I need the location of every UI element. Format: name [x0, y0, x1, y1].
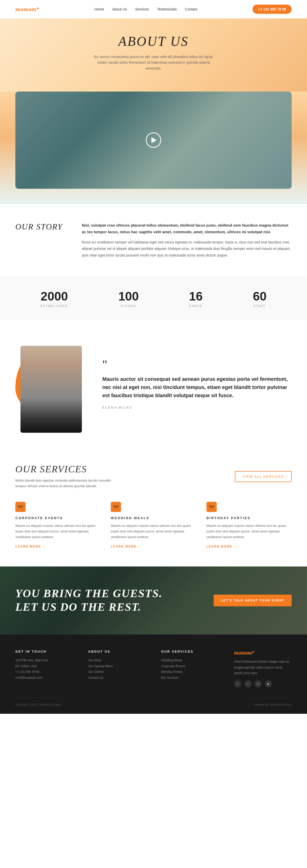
play-button[interactable]: [146, 132, 161, 148]
services-header-left: OUR SERVICES Mollis blandit duis egestas…: [16, 463, 118, 489]
stat-label-staff: STAFF: [253, 304, 266, 307]
nav-about[interactable]: About Us: [112, 7, 127, 11]
corporate-desc: Mauris mi aliquam mauris varius ultrices…: [16, 523, 100, 540]
footer-email: mail@example.com: [16, 675, 73, 681]
services-header: OUR SERVICES Mollis blandit duis egestas…: [0, 448, 307, 494]
story-title: OUR STORY: [16, 222, 66, 231]
stat-dishes: 100 DISHES: [118, 289, 139, 307]
footer-special-menu[interactable]: Our Special Menu: [88, 663, 146, 669]
wedding-desc: Mauris mi aliquam mauris varius ultrices…: [111, 523, 196, 540]
stat-established: 2000 ESTABLISHED: [40, 289, 68, 307]
services-title: OUR SERVICES: [16, 463, 118, 475]
cta-banner: YOU BRING THE GUESTS. LET US DO THE REST…: [0, 566, 307, 634]
stat-number-established: 2000: [40, 289, 68, 303]
stat-number-dishes: 100: [118, 289, 139, 303]
cta-line1: YOU BRING THE GUESTS.: [16, 587, 162, 600]
youtube-icon[interactable]: ▶: [265, 680, 272, 687]
testimonial-section: " Mauris auctor sit consequat sed aenean…: [0, 320, 307, 448]
footer-description: Amet morbi justo facilisis integer odio …: [234, 659, 290, 676]
footer-services-heading: OUR SERVICES: [161, 650, 219, 653]
footer-logo-text: mamam: [234, 650, 252, 655]
birthday-learn-more[interactable]: LEARN MORE: [207, 545, 237, 548]
logo-text: mamam: [16, 6, 36, 12]
testimonial-author: ELENA MILES: [102, 406, 291, 409]
stat-number-staff: 60: [253, 289, 266, 303]
footer-bottom: Copyright © 2021 Catering & Events Power…: [16, 698, 291, 706]
nav-menu: Home About Us Services Testimonials Cont…: [94, 7, 197, 11]
view-all-button[interactable]: VIEW ALL SERVICES: [235, 471, 291, 482]
footer-services: OUR SERVICES Wedding Meals Corporate Eve…: [161, 650, 219, 687]
footer-address1: 123 Fifth Ave, New York,: [16, 657, 73, 663]
cta-text: YOU BRING THE GUESTS. LET US DO THE REST…: [16, 587, 162, 614]
footer-our-story[interactable]: Our Story: [88, 657, 146, 663]
corporate-learn-more[interactable]: LEARN MORE: [16, 545, 46, 548]
wedding-title: WEDDING MEALS: [111, 516, 196, 520]
nav-contact[interactable]: Contact: [185, 7, 197, 11]
nav-services[interactable]: Services: [135, 7, 149, 11]
stat-label-dishes: DISHES: [118, 304, 139, 307]
story-content: Nisl, volutpat cras ultrices placerat te…: [82, 222, 291, 258]
person-image: [21, 346, 82, 433]
phone-button[interactable]: +1 123 456 78 90: [252, 5, 291, 14]
footer-top: GET IN TOUCH 123 Fifth Ave, New York, NY…: [16, 650, 291, 687]
footer-birthday-parties[interactable]: Birthday Parties: [161, 669, 219, 675]
footer-phone: +1 123 456 78 90: [16, 669, 73, 675]
stat-label-chefs: CHEFS: [189, 304, 203, 307]
hero-subtitle: Eu auctor consectetur purus eu elit, vit…: [90, 54, 217, 71]
logo-star: *: [36, 6, 39, 12]
footer-logo-star: *: [252, 650, 254, 655]
stat-label-established: ESTABLISHED: [40, 304, 68, 307]
nav-home[interactable]: Home: [94, 7, 104, 11]
footer-contact-us[interactable]: Contact Us: [88, 675, 146, 681]
corporate-icon: [16, 502, 26, 512]
service-card-wedding: WEDDING MEALS Mauris mi aliquam mauris v…: [111, 502, 196, 549]
services-cards: CORPORATE EVENTS Mauris mi aliquam mauri…: [0, 494, 307, 566]
footer-about-heading: ABOUT US: [88, 650, 146, 653]
footer-about: ABOUT US Our Story Our Special Menu Our …: [88, 650, 146, 687]
footer-brand: mamam* Amet morbi justo facilisis intege…: [234, 650, 291, 687]
video-container: [16, 92, 291, 189]
footer-corporate-events[interactable]: Corporate Events: [161, 663, 219, 669]
footer-contact-heading: GET IN TOUCH: [16, 650, 73, 653]
birthday-icon: [207, 502, 217, 512]
hero-section: ABOUT US Eu auctor consectetur purus eu …: [0, 19, 307, 92]
footer: GET IN TOUCH 123 Fifth Ave, New York, NY…: [0, 634, 307, 714]
cta-button[interactable]: LET'S TALK ABOUT YOUR EVENT: [214, 595, 291, 607]
wedding-icon: [111, 502, 121, 512]
twitter-icon[interactable]: t: [244, 680, 251, 687]
footer-contact: GET IN TOUCH 123 Fifth Ave, New York, NY…: [16, 650, 73, 687]
stat-staff: 60 STAFF: [253, 289, 266, 307]
nav-testimonials[interactable]: Testimonials: [157, 7, 177, 11]
birthday-title: BIRTHDAY PARTIES: [207, 516, 291, 520]
facebook-icon[interactable]: f: [234, 680, 241, 687]
story-heading: OUR STORY: [16, 222, 66, 231]
wedding-learn-more[interactable]: LEARN MORE: [111, 545, 142, 548]
logo: mamam*: [16, 6, 39, 12]
footer-logo: mamam*: [234, 650, 291, 656]
birthday-desc: Mauris mi aliquam mauris varius ultrices…: [207, 523, 291, 540]
testimonial-content: " Mauris auctor sit consequat sed aenean…: [102, 359, 291, 409]
story-bold: Nisl, volutpat cras ultrices placerat te…: [82, 222, 291, 235]
footer-address2: NY 12004, USA: [16, 663, 73, 669]
video-section: [0, 92, 307, 204]
footer-our-clients[interactable]: Our Clients: [88, 669, 146, 675]
navbar: mamam* Home About Us Services Testimonia…: [0, 0, 307, 19]
corporate-title: CORPORATE EVENTS: [16, 516, 100, 520]
story-section: OUR STORY Nisl, volutpat cras ultrices p…: [0, 204, 307, 276]
cta-line2: LET US DO THE REST.: [16, 600, 162, 614]
footer-wedding-meals[interactable]: Wedding Meals: [161, 657, 219, 663]
stat-number-chefs: 16: [189, 289, 203, 303]
person-silhouette: [21, 346, 82, 433]
service-card-birthday: BIRTHDAY PARTIES Mauris mi aliquam mauri…: [207, 502, 291, 549]
story-normal: Risus eu vestibulum semper vel habitasse…: [82, 239, 291, 258]
stats-section: 2000 ESTABLISHED 100 DISHES 16 CHEFS 60 …: [0, 276, 307, 320]
testimonial-image: [16, 336, 87, 433]
footer-bar-services[interactable]: Bar Services: [161, 675, 219, 681]
hero-title: ABOUT US: [10, 34, 297, 49]
footer-powered: Powered by Catering & Events: [253, 703, 291, 706]
instagram-icon[interactable]: in: [254, 680, 262, 687]
quote-mark: ": [102, 359, 291, 371]
testimonial-quote: Mauris auctor sit consequat sed aenean p…: [102, 375, 291, 400]
service-card-corporate: CORPORATE EVENTS Mauris mi aliquam mauri…: [16, 502, 100, 549]
services-subtitle: Mollis blandit duis egestas molestie pel…: [16, 478, 118, 489]
